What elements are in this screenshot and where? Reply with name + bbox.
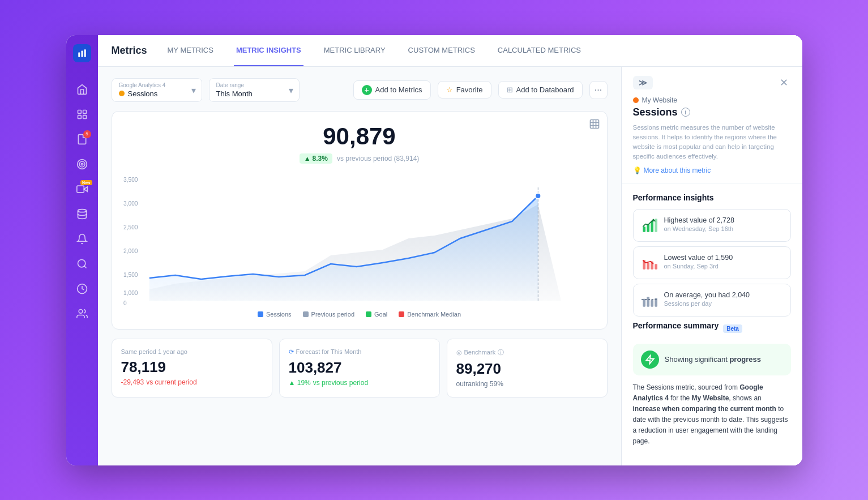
svg-point-29 bbox=[535, 193, 541, 199]
svg-text:3,500: 3,500 bbox=[123, 177, 138, 183]
svg-rect-4 bbox=[83, 110, 86, 113]
more-about-metric-link[interactable]: 💡 More about this metric bbox=[633, 166, 791, 174]
more-options-button[interactable]: ··· bbox=[589, 81, 608, 99]
source-chevron-icon: ▾ bbox=[191, 84, 196, 95]
close-panel-button[interactable]: ✕ bbox=[777, 76, 791, 89]
legend-benchmark[interactable]: Benchmark Median bbox=[399, 311, 461, 318]
insight-text-highest: Highest value of 2,728 on Wednesday, Sep… bbox=[664, 216, 734, 232]
insight-card-highest: Highest value of 2,728 on Wednesday, Sep… bbox=[633, 209, 791, 242]
tab-metric-insights[interactable]: METRIC INSIGHTS bbox=[234, 35, 303, 67]
left-panel: Google Analytics 4 Sessions ▾ Date range… bbox=[98, 67, 621, 465]
progress-text: Showing significant progress bbox=[665, 355, 762, 364]
svg-rect-55 bbox=[643, 298, 645, 306]
change-suffix-forecast: vs previous period bbox=[313, 379, 368, 387]
favorite-button[interactable]: ☆ Favorite bbox=[438, 81, 491, 99]
legend-goal[interactable]: Goal bbox=[366, 311, 387, 318]
sidebar-item-dashboard[interactable] bbox=[71, 103, 93, 126]
website-label: My Website bbox=[633, 96, 791, 104]
insight-text-average: On average, you had 2,040 Sessions per d… bbox=[664, 291, 750, 307]
insight-card-lowest: Lowest value of 1,590 on Sunday, Sep 3rd bbox=[633, 246, 791, 279]
legend-sessions[interactable]: Sessions bbox=[258, 311, 292, 318]
chart-card: 90,879 ▲ 8.3% vs previous period (83,914… bbox=[112, 111, 608, 330]
tab-my-metrics[interactable]: MY METRICS bbox=[165, 35, 216, 67]
sidebar-item-reports[interactable]: 5 bbox=[71, 128, 93, 151]
right-panel-header: ≫ ✕ My Website Sessions i Sessions metri… bbox=[622, 67, 802, 184]
stats-row: Same period 1 year ago 78,119 -29,493 vs… bbox=[112, 339, 608, 398]
daterange-selector[interactable]: Date range This Month ▾ bbox=[209, 78, 300, 102]
performance-summary-header: Performance summary Beta bbox=[633, 321, 791, 337]
svg-point-13 bbox=[78, 259, 85, 267]
sidebar-item-media[interactable]: New bbox=[71, 178, 93, 200]
source-label: Google Analytics 4 bbox=[119, 82, 195, 88]
main-content: Google Analytics 4 Sessions ▾ Date range… bbox=[98, 67, 802, 465]
benchmark-info-icon[interactable]: ⓘ bbox=[498, 348, 504, 357]
legend-previous[interactable]: Previous period bbox=[303, 311, 354, 318]
legend-goal-dot bbox=[366, 311, 371, 317]
media-new-badge: New bbox=[80, 180, 92, 185]
sidebar-item-home[interactable] bbox=[71, 78, 93, 101]
add-to-metrics-button[interactable]: + Add to Metrics bbox=[353, 80, 431, 100]
metric-desc: Sessions metric measures the number of w… bbox=[633, 123, 791, 162]
app-logo[interactable] bbox=[73, 44, 91, 62]
svg-rect-57 bbox=[651, 300, 653, 307]
sidebar-item-search[interactable] bbox=[71, 253, 93, 275]
svg-text:1,000: 1,000 bbox=[123, 290, 138, 296]
svg-text:3,000: 3,000 bbox=[123, 200, 138, 207]
right-panel: ≫ ✕ My Website Sessions i Sessions metri… bbox=[621, 67, 802, 465]
lowest-icon bbox=[640, 254, 659, 272]
sidebar-item-speed[interactable] bbox=[71, 277, 93, 300]
sidebar-item-data[interactable] bbox=[71, 203, 93, 225]
legend-benchmark-label: Benchmark Median bbox=[407, 311, 461, 318]
source-selector[interactable]: Google Analytics 4 Sessions ▾ bbox=[112, 78, 202, 102]
performance-insights-title: Performance insights bbox=[633, 193, 791, 202]
daterange-label: Date range bbox=[216, 82, 292, 88]
reports-badge: 5 bbox=[83, 130, 91, 138]
legend-benchmark-dot bbox=[399, 311, 404, 317]
summary-desc: The Sessions metric, sourced from Google… bbox=[633, 382, 791, 447]
svg-point-8 bbox=[79, 161, 85, 167]
beta-badge: Beta bbox=[723, 324, 742, 333]
sidebar: 5 New bbox=[66, 35, 98, 465]
databoard-icon: ⊞ bbox=[507, 86, 513, 94]
tab-metric-library[interactable]: METRIC LIBRARY bbox=[322, 35, 388, 67]
stat-label-benchmark: ◎ Benchmark ⓘ bbox=[456, 348, 598, 357]
vs-text: vs previous period (83,914) bbox=[337, 155, 419, 163]
legend-previous-dot bbox=[303, 311, 309, 317]
stat-change-forecast: ▲ 19% vs previous period bbox=[289, 379, 430, 387]
top-nav: Metrics MY METRICS METRIC INSIGHTS METRI… bbox=[98, 35, 802, 67]
stat-change-same-period: -29,493 vs current period bbox=[121, 378, 263, 386]
change-value-same-period: -29,493 bbox=[121, 378, 144, 386]
svg-rect-3 bbox=[78, 110, 81, 113]
metric-dot bbox=[119, 91, 125, 96]
star-icon: ☆ bbox=[446, 86, 453, 94]
metric-selector-value: Sessions bbox=[119, 89, 195, 98]
legend-previous-label: Previous period bbox=[311, 311, 354, 318]
sidebar-item-goals[interactable] bbox=[71, 153, 93, 176]
metric-name: Sessions i bbox=[633, 106, 791, 118]
svg-rect-46 bbox=[643, 227, 645, 232]
insight-text-lowest: Lowest value of 1,590 on Sunday, Sep 3rd bbox=[664, 254, 733, 270]
svg-rect-52 bbox=[647, 263, 649, 270]
chart-svg: 3,500 3,000 2,500 2,000 1,500 1,000 0 bbox=[123, 170, 596, 306]
highest-icon bbox=[640, 216, 659, 234]
link-icon: 💡 bbox=[633, 166, 642, 174]
svg-point-9 bbox=[81, 163, 83, 165]
collapse-button[interactable]: ≫ bbox=[633, 76, 653, 89]
sidebar-item-alerts[interactable] bbox=[71, 228, 93, 250]
stat-value-same-period: 78,119 bbox=[121, 358, 263, 376]
metric-info-icon[interactable]: i bbox=[681, 108, 690, 117]
benchmark-icon: ◎ bbox=[456, 349, 462, 356]
chart-svg-container: 3,500 3,000 2,500 2,000 1,500 1,000 0 bbox=[123, 170, 596, 306]
tab-calculated-metrics[interactable]: CALCULATED METRICS bbox=[495, 35, 583, 67]
stat-card-same-period: Same period 1 year ago 78,119 -29,493 vs… bbox=[112, 339, 272, 398]
right-panel-body: Performance insights bbox=[622, 184, 802, 465]
tab-custom-metrics[interactable]: CUSTOM METRICS bbox=[406, 35, 477, 67]
svg-rect-54 bbox=[655, 264, 657, 269]
chart-type-icon[interactable] bbox=[589, 118, 600, 132]
right-panel-collapse-row: ≫ ✕ bbox=[633, 76, 791, 89]
add-to-databoard-button[interactable]: ⊞ Add to Databoard bbox=[498, 81, 583, 99]
sidebar-item-users[interactable] bbox=[71, 302, 93, 325]
chart-subtitle: ▲ 8.3% vs previous period (83,914) bbox=[123, 153, 596, 164]
daterange-value: This Month bbox=[216, 89, 292, 98]
legend-sessions-dot bbox=[258, 311, 263, 317]
